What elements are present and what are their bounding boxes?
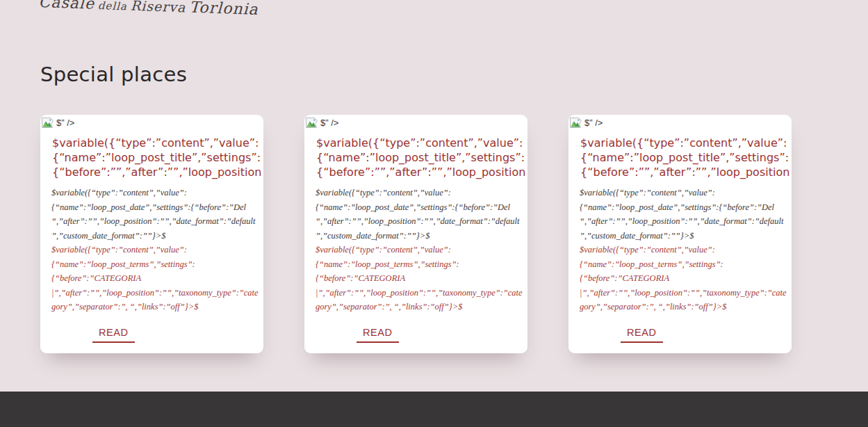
- broken-image-icon: [570, 118, 582, 128]
- post-title-link[interactable]: $variable({“type”:”content”,”value”:{“na…: [580, 136, 790, 180]
- logo-word: Torlonia: [189, 0, 259, 18]
- post-card: $” /> $variable({“type”:”content”,”value…: [304, 115, 527, 353]
- broken-image-icon: [306, 118, 318, 128]
- broken-featured-image: $” />: [42, 117, 263, 128]
- post-terms-text: $variable({“type”:”content”,”value”:{“na…: [51, 243, 259, 314]
- post-date-text: $variable({“type”:”content”,”value”:{“na…: [51, 186, 259, 243]
- broken-image-alt-text: $” />: [584, 118, 603, 128]
- post-card: $” /> $variable({“type”:”content”,”value…: [40, 115, 263, 353]
- read-link[interactable]: READ: [92, 325, 135, 343]
- post-terms-text: $variable({“type”:”content”,”value”:{“na…: [316, 243, 523, 314]
- site-logo[interactable]: CasaledellaRiservaTorlonia: [38, 0, 259, 18]
- post-card: $” /> $variable({“type”:”content”,”value…: [568, 115, 792, 353]
- post-date-text: $variable({“type”:”content”,”value”:{“na…: [316, 186, 523, 243]
- post-date-text: $variable({“type”:”content”,”value”:{“na…: [580, 186, 787, 243]
- broken-featured-image: $” />: [306, 117, 527, 128]
- read-link[interactable]: READ: [357, 325, 399, 343]
- logo-word: Casale: [38, 0, 95, 13]
- broken-image-alt-text: $” />: [56, 118, 74, 128]
- post-title-link[interactable]: $variable({“type”:”content”,”value”:{“na…: [316, 136, 526, 180]
- read-link[interactable]: READ: [621, 325, 663, 343]
- post-terms-text: $variable({“type”:”content”,”value”:{“na…: [580, 243, 787, 314]
- logo-word: Riserva: [131, 0, 186, 15]
- post-card-grid: $” /> $variable({“type”:”content”,”value…: [40, 115, 792, 353]
- section-heading: Special places: [40, 63, 187, 86]
- broken-image-icon: [42, 118, 54, 128]
- broken-image-alt-text: $” />: [320, 118, 338, 128]
- logo-word: della: [98, 0, 128, 13]
- broken-featured-image: $” />: [570, 117, 792, 128]
- post-title-link[interactable]: $variable({“type”:”content”,”value”:{“na…: [52, 136, 262, 180]
- footer-bar: [0, 392, 868, 427]
